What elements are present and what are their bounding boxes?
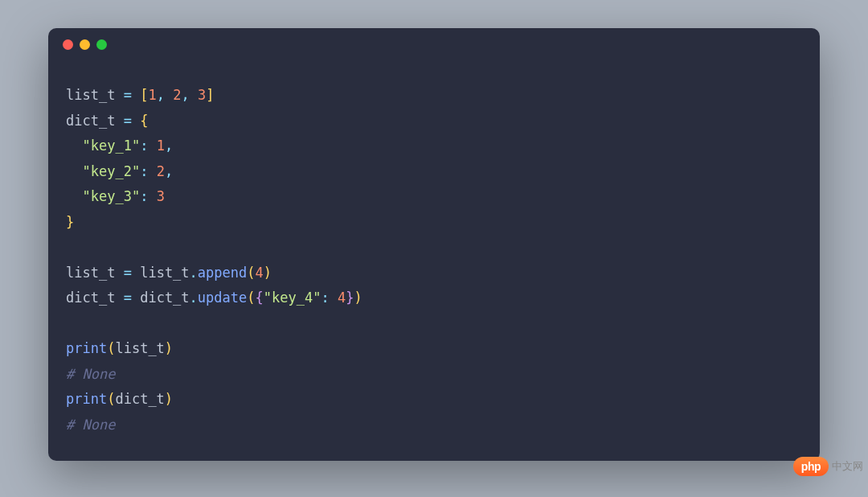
code-token: (	[247, 290, 255, 306]
code-token: dict_t	[115, 391, 164, 407]
code-token: ,	[157, 87, 165, 103]
code-line: dict_t = {	[66, 109, 802, 134]
code-token: 1	[148, 87, 156, 103]
code-token: print	[66, 340, 107, 356]
code-token	[66, 138, 82, 154]
code-token	[66, 163, 82, 179]
code-token	[132, 290, 140, 306]
code-token: 3	[198, 87, 206, 103]
maximize-icon[interactable]	[96, 39, 107, 50]
code-token: "key_1"	[82, 138, 140, 154]
code-token: # None	[66, 417, 115, 433]
code-token	[132, 87, 140, 103]
code-token: =	[124, 87, 132, 103]
code-token: dict_t	[66, 290, 115, 306]
code-editor-window: list_t = [1, 2, 3]dict_t = { "key_1": 1,…	[48, 28, 820, 461]
code-token: # None	[66, 366, 115, 382]
code-token	[132, 113, 140, 129]
minimize-icon[interactable]	[80, 39, 90, 50]
code-token: =	[124, 265, 132, 281]
code-token: print	[66, 391, 107, 407]
code-token: 1	[157, 138, 165, 154]
code-token: :	[140, 163, 148, 179]
code-token: "key_3"	[82, 188, 140, 204]
code-token: [	[140, 87, 148, 103]
code-token: 4	[256, 265, 264, 281]
code-line: "key_2": 2,	[66, 159, 802, 185]
code-token: }	[66, 214, 74, 230]
code-token: :	[321, 290, 329, 306]
code-token	[165, 87, 173, 103]
code-token	[115, 87, 123, 103]
code-line: list_t = list_t.append(4)	[66, 261, 802, 286]
code-token: list_t	[140, 265, 189, 281]
code-token: :	[140, 188, 148, 204]
code-area: list_t = [1, 2, 3]dict_t = { "key_1": 1,…	[48, 60, 820, 455]
code-token	[115, 290, 123, 306]
code-token: "key_2"	[82, 163, 140, 179]
code-token	[330, 290, 338, 306]
code-token: {	[256, 290, 264, 306]
titlebar	[48, 28, 820, 60]
code-token	[148, 138, 156, 154]
code-line	[66, 235, 802, 261]
code-line: }	[66, 210, 802, 236]
code-token: dict_t	[140, 290, 189, 306]
code-token: (	[107, 340, 115, 356]
code-token: )	[165, 391, 173, 407]
code-token: list_t	[66, 265, 115, 281]
code-token: )	[354, 290, 362, 306]
code-token: list_t	[115, 340, 164, 356]
code-line: "key_3": 3	[66, 184, 802, 210]
code-token: 3	[157, 188, 165, 204]
code-token: ,	[181, 87, 189, 103]
watermark-text: 中文网	[832, 459, 863, 474]
code-token: update	[198, 290, 247, 306]
code-line	[66, 311, 802, 337]
code-token: =	[124, 113, 132, 129]
code-token: 4	[338, 290, 346, 306]
code-token	[115, 265, 123, 281]
code-token	[66, 239, 74, 255]
code-token: append	[198, 265, 247, 281]
code-token: .	[190, 290, 198, 306]
code-token: =	[124, 290, 132, 306]
code-token: .	[190, 265, 198, 281]
code-line: print(list_t)	[66, 336, 802, 362]
code-token: (	[107, 391, 115, 407]
code-line: # None	[66, 413, 802, 438]
code-token	[66, 315, 74, 331]
code-token	[148, 163, 156, 179]
php-logo-badge: php	[793, 457, 829, 476]
code-token: )	[264, 265, 272, 281]
code-token	[190, 87, 198, 103]
code-line: dict_t = dict_t.update({"key_4": 4})	[66, 285, 802, 311]
code-token: dict_t	[66, 113, 115, 129]
code-line: print(dict_t)	[66, 387, 802, 413]
code-token	[132, 265, 140, 281]
watermark-badge: php 中文网	[793, 457, 863, 476]
code-token: :	[140, 138, 148, 154]
code-token	[115, 113, 123, 129]
code-token: (	[247, 265, 255, 281]
code-token: 2	[173, 87, 181, 103]
code-token	[148, 188, 156, 204]
code-token	[66, 188, 82, 204]
code-token: 2	[157, 163, 165, 179]
close-icon[interactable]	[63, 39, 73, 50]
code-token: "key_4"	[264, 290, 321, 306]
code-line: "key_1": 1,	[66, 133, 802, 159]
code-token: ,	[165, 163, 173, 179]
code-token: ]	[206, 87, 214, 103]
code-token: ,	[165, 138, 173, 154]
code-token: list_t	[66, 87, 115, 103]
code-token: {	[140, 113, 148, 129]
code-token: )	[165, 340, 173, 356]
code-line: list_t = [1, 2, 3]	[66, 83, 802, 109]
code-token: }	[346, 290, 354, 306]
code-line: # None	[66, 362, 802, 388]
